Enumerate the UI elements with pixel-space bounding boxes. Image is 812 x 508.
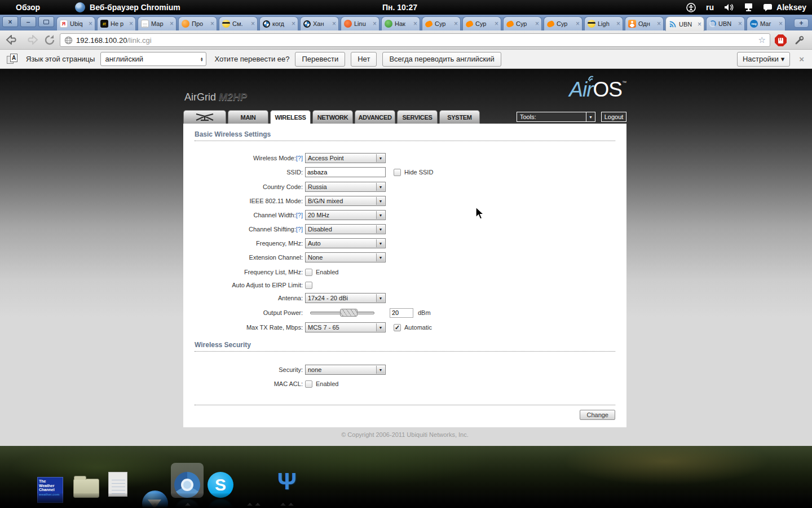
channel-shifting-help-link[interactable]: [?] (296, 226, 303, 233)
weather-channel-launcher[interactable]: The Weather Channel weather.com (37, 477, 63, 503)
tab-close-icon[interactable]: × (697, 21, 704, 28)
tab-close-icon[interactable]: × (210, 20, 217, 27)
ieee-mode-select[interactable]: B/G/N mixed▼ (305, 196, 386, 206)
browser-tab[interactable]: UBN× (706, 16, 745, 30)
clock[interactable]: Пн. 10:27 (382, 3, 417, 12)
tab-system[interactable]: SYSTEM (439, 110, 480, 124)
always-translate-button[interactable]: Всегда переводить английский (382, 52, 501, 67)
forward-button[interactable] (25, 35, 38, 47)
tab-close-icon[interactable]: × (778, 20, 785, 27)
tab-close-icon[interactable]: × (494, 20, 501, 27)
user-menu[interactable]: Aleksey (763, 3, 806, 12)
browser-tab[interactable]: Сур× (422, 16, 461, 30)
antenna-select[interactable]: 17x24 - 20 dBi▼ (305, 293, 386, 303)
browser-tab-active[interactable]: UBN× (665, 16, 704, 31)
browser-tab[interactable]: Мар× (138, 16, 176, 30)
tab-close-icon[interactable]: × (535, 20, 541, 27)
tab-close-icon[interactable]: × (738, 20, 744, 27)
tab-wireless[interactable]: WIRELESS (270, 110, 311, 124)
wrench-menu-button[interactable] (794, 34, 805, 48)
thunderbird-launcher[interactable] (142, 491, 168, 508)
window-minimize-button[interactable]: – (20, 16, 36, 27)
no-translate-button[interactable]: Нет (351, 52, 377, 67)
tab-close-icon[interactable]: × (129, 20, 135, 27)
tab-close-icon[interactable]: × (656, 20, 663, 27)
channel-width-select[interactable]: 20 MHz▼ (305, 210, 386, 220)
tab-close-icon[interactable]: × (291, 20, 298, 27)
window-restore-button[interactable] (38, 16, 54, 27)
wireless-mode-help-link[interactable]: [?] (296, 155, 303, 161)
activities-button[interactable]: Обзор (16, 3, 40, 12)
slider-handle[interactable] (340, 309, 358, 317)
tab-close-icon[interactable]: × (575, 20, 582, 27)
browser-tab[interactable]: Сур× (462, 16, 501, 30)
tab-close-icon[interactable]: × (88, 20, 95, 27)
browser-tab[interactable]: См.× (219, 16, 258, 30)
tab-close-icon[interactable]: × (372, 20, 379, 27)
translate-button[interactable]: Перевести (295, 52, 345, 67)
browser-tab[interactable]: Сур× (544, 16, 582, 30)
hide-ssid-checkbox[interactable] (394, 169, 401, 176)
channel-shifting-select[interactable]: Disabled▼ (305, 224, 386, 234)
browser-tab[interactable]: Одн× (625, 16, 664, 30)
automatic-checkbox[interactable]: ✓ (394, 324, 401, 331)
browser-tab[interactable]: nagМаг× (747, 16, 785, 30)
document-launcher[interactable] (108, 472, 127, 497)
change-button[interactable]: Change (580, 410, 615, 420)
output-power-slider[interactable] (310, 312, 374, 314)
logout-button[interactable]: Logout (601, 112, 626, 122)
output-power-input[interactable] (390, 308, 413, 318)
adblock-icon[interactable] (775, 34, 787, 46)
tab-main[interactable]: MAIN (228, 110, 268, 124)
tab-close-icon[interactable]: × (169, 20, 176, 27)
browser-tab[interactable]: когд× (259, 16, 298, 30)
keyboard-layout-indicator[interactable]: ru (706, 3, 714, 12)
browser-tab[interactable]: Про× (178, 16, 217, 30)
file-manager-launcher[interactable] (73, 479, 99, 498)
window-close-button[interactable]: × (2, 16, 18, 27)
address-bar[interactable]: 192.168.100.20 /link.cgi ☆ (60, 33, 770, 47)
new-tab-button[interactable]: + (794, 19, 809, 28)
language-select[interactable]: английский ▴▾ (100, 52, 206, 66)
tools-dropdown[interactable]: Tools: ▼ (517, 112, 595, 122)
tab-services[interactable]: SERVICES (397, 110, 438, 124)
psi-launcher[interactable]: Ψ (274, 468, 300, 494)
accessibility-icon[interactable] (686, 3, 696, 12)
security-select[interactable]: none▼ (305, 365, 386, 375)
chromium-launcher[interactable] (174, 472, 200, 498)
display-icon[interactable] (744, 3, 753, 12)
tab-close-icon[interactable]: × (453, 20, 460, 27)
browser-tab[interactable]: ЯUbiq× (56, 16, 95, 30)
max-tx-rate-select[interactable]: MCS 7 - 65▼ (305, 322, 386, 332)
browser-tab[interactable]: Ligh× (584, 16, 623, 30)
tab-device[interactable] (183, 110, 226, 124)
frequency-select[interactable]: Auto▼ (305, 238, 386, 248)
eirp-limit-checkbox[interactable] (305, 282, 312, 289)
wireless-mode-select[interactable]: Access Point▼ (305, 153, 386, 163)
tab-advanced[interactable]: ADVANCED (355, 110, 395, 124)
skype-launcher[interactable]: S (208, 472, 233, 498)
extension-channel-select[interactable]: None▼ (305, 252, 386, 262)
tab-network[interactable]: NETWORK (312, 110, 353, 124)
browser-tab[interactable]: Сур× (503, 16, 542, 30)
channel-width-help-link[interactable]: [?] (296, 212, 303, 218)
tab-close-icon[interactable]: × (616, 20, 623, 27)
browser-tab[interactable]: Нак× (381, 16, 420, 30)
country-code-select[interactable]: Russia▼ (305, 182, 386, 192)
translate-bar-close-icon[interactable]: × (799, 54, 804, 64)
frequency-list-checkbox[interactable] (305, 269, 312, 276)
volume-icon[interactable] (724, 3, 734, 12)
back-button[interactable] (6, 35, 19, 47)
browser-tab[interactable]: Linu× (341, 16, 379, 30)
browser-tab[interactable]: Хан× (300, 16, 339, 30)
tab-close-icon[interactable]: × (332, 20, 338, 27)
tab-close-icon[interactable]: × (413, 20, 420, 27)
ssid-input[interactable] (305, 167, 386, 177)
bookmark-star-icon[interactable]: ☆ (758, 35, 766, 45)
browser-tab[interactable]: #!Не р× (97, 16, 136, 30)
focused-app-menu[interactable]: Веб-браузер Chromium (75, 2, 180, 12)
translate-settings-button[interactable]: Настройки ▾ (737, 52, 790, 67)
reload-button[interactable] (44, 34, 55, 48)
mac-acl-checkbox[interactable] (305, 380, 312, 388)
tab-close-icon[interactable]: × (250, 20, 257, 27)
